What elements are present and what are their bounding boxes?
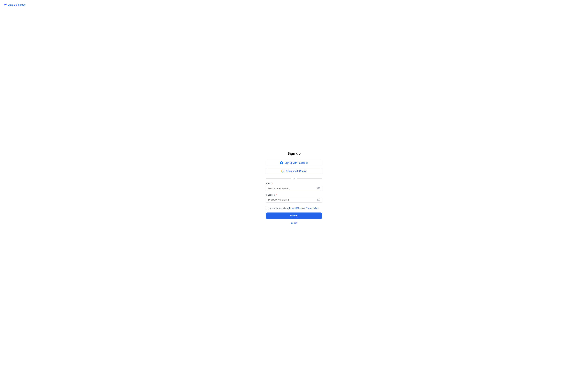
email-label: Email*	[266, 182, 322, 185]
facebook-signup-button[interactable]: f Sign up with Facebook	[266, 159, 322, 166]
login-link[interactable]: Log in	[291, 222, 297, 224]
terms-checkbox[interactable]	[266, 207, 268, 209]
facebook-icon: f	[280, 161, 283, 164]
email-required: *	[272, 182, 273, 185]
divider: or	[266, 177, 322, 180]
signup-card: Sign up f Sign up with Facebook Sign up …	[266, 151, 322, 224]
header: ✳ Saas Boilerplate	[0, 0, 588, 9]
page-title: Sign up	[287, 151, 301, 156]
signup-button[interactable]: Sign up	[266, 212, 322, 219]
email-input-wrapper	[266, 186, 322, 191]
privacy-policy-link[interactable]: Privacy Policy	[305, 207, 318, 209]
terms-text: You must accept our Terms of Use and Pri…	[270, 207, 319, 210]
email-input[interactable]	[266, 186, 322, 191]
main-content: Sign up f Sign up with Facebook Sign up …	[0, 9, 588, 366]
password-input[interactable]	[266, 197, 322, 203]
facebook-button-label: Sign up with Facebook	[285, 162, 308, 164]
password-field-group: Password*	[266, 194, 322, 203]
logo-label: Saas Boilerplate	[8, 3, 26, 6]
logo-link[interactable]: ✳ Saas Boilerplate	[4, 3, 26, 7]
google-signup-button[interactable]: Sign up with Google	[266, 168, 322, 174]
terms-row: You must accept our Terms of Use and Pri…	[266, 207, 322, 210]
password-input-wrapper	[266, 197, 322, 203]
logo-icon: ✳	[4, 3, 7, 7]
divider-text: or	[291, 177, 297, 180]
password-required: *	[276, 194, 277, 196]
google-icon	[281, 170, 284, 173]
email-field-group: Email*	[266, 182, 322, 191]
google-button-label: Sign up with Google	[286, 170, 306, 172]
password-label: Password*	[266, 194, 322, 196]
terms-of-use-link[interactable]: Terms of Use	[289, 207, 301, 209]
